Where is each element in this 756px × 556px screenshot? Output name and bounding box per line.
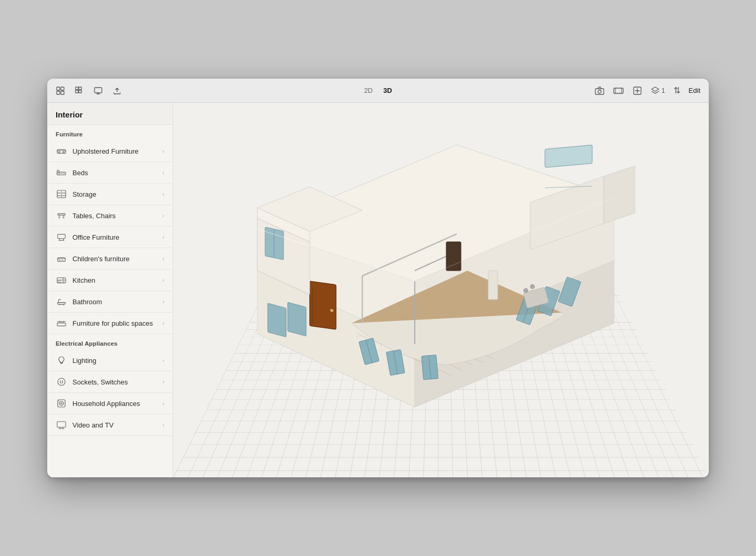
canvas-area[interactable] [173,103,709,477]
svg-rect-39 [61,259,64,262]
beds-label: Beds [72,169,157,177]
sidebar-item-office[interactable]: Office Furniture › [47,227,173,248]
sidebar-item-appliances[interactable]: Household Appliances › [47,393,173,414]
main-content: Interior Furniture Upholstered Furniture… [47,103,709,477]
svg-point-28 [61,194,62,195]
storage-icon [56,188,67,200]
sidebar-item-tv[interactable]: Video and TV › [47,414,173,436]
svg-point-29 [61,197,62,198]
svg-rect-38 [59,259,61,262]
sidebar-item-lighting[interactable]: Lighting › [47,350,173,371]
dimensions-icon[interactable] [613,85,624,96]
svg-rect-64 [57,422,66,427]
kitchen-icon [56,274,67,286]
upholstered-label: Upholstered Furniture [72,147,157,155]
bathroom-label: Bathroom [72,298,157,306]
app-window: 2D 3D [47,79,709,477]
chevron-icon: › [162,320,164,326]
svg-rect-4 [76,87,78,90]
svg-point-56 [58,378,65,386]
svg-rect-5 [79,87,81,90]
lighting-icon [56,355,67,366]
monitor-icon[interactable] [93,86,103,95]
floorplan-svg [205,113,635,439]
section-furniture: Furniture [47,125,173,141]
svg-rect-11 [595,89,604,94]
children-label: Children's furniture [72,255,157,263]
view-2d-button[interactable]: 2D [361,85,376,95]
svg-point-63 [58,400,59,401]
sidebar-item-upholstered[interactable]: Upholstered Furniture › [47,141,173,162]
sidebar-title: Interior [47,103,173,125]
chevron-icon: › [162,169,164,176]
svg-rect-42 [58,281,61,283]
lighting-label: Lighting [72,357,157,365]
chevron-icon: › [162,357,164,363]
chevron-icon: › [162,212,164,219]
appliances-label: Household Appliances [72,400,157,408]
chevron-icon: › [162,422,164,428]
svg-rect-0 [57,87,60,90]
chevron-icon: › [162,277,164,283]
chevron-icon: › [162,379,164,385]
grid-icon[interactable] [75,86,84,95]
table-icon [56,210,67,221]
socket-icon [56,376,67,388]
svg-rect-18 [58,151,61,154]
bathroom-icon [56,296,67,307]
sidebar-item-sockets[interactable]: Sockets, Switches › [47,371,173,393]
svg-rect-83 [288,302,306,336]
toolbar: 2D 3D [47,79,709,103]
svg-rect-105 [545,145,592,167]
svg-point-59 [61,383,62,384]
tv-icon [56,419,67,431]
spinner-control[interactable]: ⇅ [674,85,680,95]
svg-point-12 [598,90,601,93]
svg-rect-6 [76,90,78,93]
layer-count: 1 [662,87,665,94]
svg-rect-3 [61,91,64,94]
svg-rect-2 [57,91,60,94]
svg-rect-1 [61,87,64,90]
sidebar-item-public[interactable]: Furniture for public spaces › [47,313,173,334]
chevron-icon: › [162,234,164,240]
public-icon [56,317,67,329]
svg-marker-104 [604,166,635,223]
svg-rect-48 [57,323,66,326]
svg-rect-97 [446,242,461,271]
view-3d-button[interactable]: 3D [380,85,395,95]
sidebar-item-kitchen[interactable]: Kitchen › [47,270,173,291]
sidebar: Interior Furniture Upholstered Furniture… [47,103,173,477]
svg-rect-33 [58,234,65,239]
chevron-icon: › [162,191,164,197]
chevron-icon: › [162,148,164,154]
bed-icon [56,167,67,178]
svg-rect-30 [58,213,65,215]
svg-point-61 [59,401,64,405]
sidebar-item-tables[interactable]: Tables, Chairs › [47,205,173,227]
toolbar-right: 1 ⇅ Edit [594,85,700,96]
chevron-icon: › [162,400,164,407]
office-icon [56,231,67,243]
upload-icon[interactable] [112,86,122,95]
layout-icon[interactable] [56,86,65,95]
svg-rect-7 [79,90,81,93]
svg-rect-8 [94,88,102,93]
tv-label: Video and TV [72,421,157,429]
svg-rect-19 [62,151,65,154]
svg-rect-22 [60,172,62,174]
svg-rect-23 [63,172,66,174]
sidebar-item-bathroom[interactable]: Bathroom › [47,291,173,313]
edit-button[interactable]: Edit [689,87,700,94]
svg-rect-54 [60,362,63,363]
svg-point-44 [62,281,64,282]
children-icon [56,253,67,264]
camera-icon[interactable] [594,85,605,96]
sidebar-item-children[interactable]: Children's furniture › [47,248,173,270]
svg-point-43 [62,278,64,280]
section-electrical: Electrical Appliances [47,334,173,350]
sidebar-item-storage[interactable]: Storage › [47,184,173,205]
sidebar-item-beds[interactable]: Beds › [47,162,173,184]
layer-indicator: 1 [651,87,665,95]
share-icon[interactable] [632,85,643,96]
